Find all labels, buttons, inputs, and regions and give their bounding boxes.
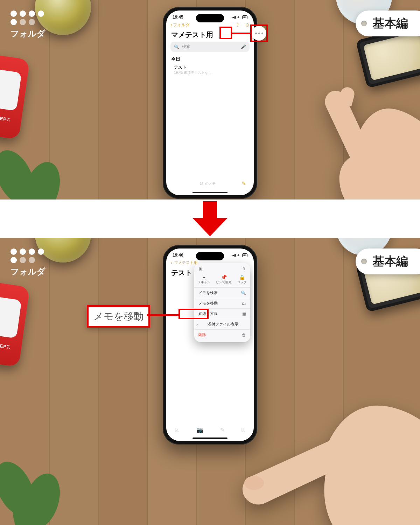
- compose-icon[interactable]: ✎: [241, 180, 246, 187]
- home-indicator: [192, 192, 227, 193]
- prop-leaf: [0, 144, 77, 200]
- signal-icon: ••ıl: [232, 15, 236, 19]
- search-icon: 🔍: [241, 290, 246, 295]
- folder-title: マメテスト用: [166, 29, 254, 42]
- menu-action-scan[interactable]: ⌁スキャン: [198, 275, 210, 284]
- callout-move-note-label: メモを移動: [87, 305, 150, 328]
- wifi-icon: ᯤ: [237, 15, 241, 19]
- menu-action-lock[interactable]: 🔒ロック: [237, 275, 247, 284]
- menu-header: ◉ ⇪: [194, 266, 250, 273]
- search-placeholder: 検索: [182, 44, 190, 50]
- scene-before: フォルダ 基本編 19:45 ••ıl ᯤ 84 ‹ フォルダ ⇪: [0, 0, 420, 200]
- highlight-move-note-item: [178, 309, 209, 319]
- battery-indicator: 84: [242, 15, 247, 19]
- menu-item-delete[interactable]: 削除🗑: [194, 329, 250, 340]
- menu-item-move-note[interactable]: メモを移動🗂: [194, 298, 250, 308]
- share-icon[interactable]: ⇪: [242, 266, 246, 271]
- overlay-folder-badge: フォルダ: [10, 248, 46, 277]
- overlay-folder-label: フォルダ: [10, 28, 46, 39]
- chevron-left-icon: ‹: [170, 22, 172, 28]
- menu-action-pin[interactable]: 📌ピンで固定: [216, 275, 232, 284]
- hand-touching: [200, 371, 420, 525]
- menu-quick-actions: ⌁スキャン 📌ピンで固定 🔒ロック: [194, 273, 250, 287]
- notes-folder-screen: 19:45 ••ıl ᯤ 84 ‹ フォルダ ⇪ ⊙ マメテスト用: [166, 10, 254, 195]
- progress-dots-icon: [10, 248, 46, 263]
- share-icon[interactable]: ⇪: [236, 22, 240, 28]
- highlight-more-button: [219, 27, 232, 39]
- iphone-device: 19:45 ••ıl ᯤ 84 ‹ フォルダ ⇪ ⊙ マメテスト用: [163, 7, 257, 199]
- status-time: 19:45: [173, 15, 183, 20]
- back-label[interactable]: マメテスト用: [174, 260, 197, 265]
- progress-dots-icon: [10, 10, 46, 25]
- checklist-icon[interactable]: ☑: [175, 427, 180, 433]
- transition-arrow-icon: [0, 200, 420, 238]
- search-input[interactable]: 🔍 検索 🎤: [170, 42, 250, 52]
- overlay-chapter-pill: 基本編: [356, 248, 420, 274]
- hand-pointing: [255, 84, 420, 200]
- prop-leaf: [0, 455, 77, 525]
- status-time: 19:46: [173, 253, 183, 258]
- menu-item-attachments[interactable]: 添付ファイル表示: [194, 319, 250, 329]
- note-actions-menu: ◉ ⇪ ⌁スキャン 📌ピンで固定 🔒ロック メモを検索🔍 メモを移動🗂 罫線と方…: [194, 263, 250, 342]
- wifi-icon: ᯤ: [237, 253, 241, 257]
- svg-point-6: [244, 476, 264, 490]
- highlight-connector: [232, 33, 250, 34]
- ellipsis-icon: [255, 33, 263, 34]
- lock-icon: 🔒: [237, 275, 247, 280]
- scene-after: フォルダ 基本編 19:46 ••ıl ᯤ 84 ‹ マメテスト用 テスト: [0, 238, 420, 525]
- more-callout-bubble: [252, 26, 266, 41]
- overlay-folder-badge: フォルダ: [10, 10, 46, 39]
- note-subtitle: 19:45 追加テキストなし: [174, 70, 246, 75]
- section-header-today: 今日: [166, 55, 254, 63]
- pin-icon: 📌: [216, 275, 232, 280]
- overlay-chapter-pill: 基本編: [356, 10, 420, 36]
- more-icon[interactable]: ⊙: [245, 22, 250, 28]
- trash-icon: 🗑: [242, 332, 246, 337]
- highlight-connector: [147, 314, 178, 316]
- back-button[interactable]: ‹ フォルダ: [170, 22, 190, 28]
- search-icon: 🔍: [174, 44, 179, 49]
- overlay-folder-label: フォルダ: [10, 266, 46, 277]
- note-count: 1件のメモ: [200, 181, 216, 186]
- dynamic-island: [196, 14, 224, 22]
- grid-icon: ▦: [242, 312, 246, 316]
- back-label: フォルダ: [173, 22, 190, 28]
- folder-icon: 🗂: [242, 301, 246, 306]
- scan-icon: ⌁: [198, 275, 210, 280]
- dynamic-island: [196, 252, 224, 260]
- note-list-item[interactable]: テスト 19:45 追加テキストなし: [166, 63, 254, 78]
- note-title: テスト: [174, 64, 246, 70]
- collaborate-icon[interactable]: ◉: [198, 266, 202, 271]
- mic-icon[interactable]: 🎤: [241, 44, 246, 49]
- chevron-left-icon[interactable]: ‹: [170, 260, 172, 265]
- signal-icon: ••ıl: [232, 253, 236, 257]
- list-footer: 1件のメモ ✎: [166, 180, 254, 187]
- menu-item-search-note[interactable]: メモを検索🔍: [194, 287, 250, 298]
- battery-indicator: 84: [242, 253, 247, 257]
